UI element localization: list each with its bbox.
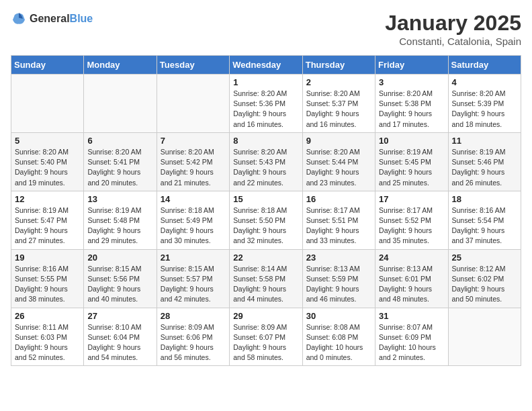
logo-text: GeneralBlue — [30, 13, 93, 25]
day-info: Sunrise: 8:11 AM Sunset: 6:03 PM Dayligh… — [15, 322, 80, 363]
day-number: 14 — [161, 194, 226, 204]
day-number: 6 — [87, 136, 152, 146]
day-number: 9 — [306, 136, 371, 146]
day-number: 4 — [452, 77, 517, 87]
day-info: Sunrise: 8:15 AM Sunset: 5:57 PM Dayligh… — [161, 264, 226, 305]
day-info: Sunrise: 8:20 AM Sunset: 5:43 PM Dayligh… — [233, 147, 298, 188]
day-header-saturday: Saturday — [448, 56, 521, 75]
day-info: Sunrise: 8:18 AM Sunset: 5:50 PM Dayligh… — [233, 205, 298, 246]
week-row-5: 26Sunrise: 8:11 AM Sunset: 6:03 PM Dayli… — [11, 308, 521, 366]
day-number: 21 — [161, 253, 226, 263]
calendar-cell: 12Sunrise: 8:19 AM Sunset: 5:47 PM Dayli… — [11, 191, 84, 249]
day-number: 16 — [306, 194, 371, 204]
day-info: Sunrise: 8:20 AM Sunset: 5:38 PM Dayligh… — [379, 89, 444, 130]
calendar-cell: 20Sunrise: 8:15 AM Sunset: 5:56 PM Dayli… — [84, 249, 157, 308]
logo-icon — [11, 11, 27, 27]
calendar-cell: 13Sunrise: 8:19 AM Sunset: 5:48 PM Dayli… — [84, 191, 157, 249]
calendar-cell: 8Sunrise: 8:20 AM Sunset: 5:43 PM Daylig… — [230, 132, 302, 191]
day-number: 28 — [161, 311, 226, 321]
day-info: Sunrise: 8:13 AM Sunset: 5:59 PM Dayligh… — [306, 264, 371, 305]
day-info: Sunrise: 8:07 AM Sunset: 6:09 PM Dayligh… — [379, 322, 444, 363]
week-row-4: 19Sunrise: 8:16 AM Sunset: 5:55 PM Dayli… — [11, 249, 521, 308]
day-info: Sunrise: 8:20 AM Sunset: 5:41 PM Dayligh… — [87, 147, 152, 188]
calendar-cell: 5Sunrise: 8:20 AM Sunset: 5:40 PM Daylig… — [11, 132, 84, 191]
week-row-1: 1Sunrise: 8:20 AM Sunset: 5:36 PM Daylig… — [11, 75, 521, 133]
day-number: 26 — [15, 311, 80, 321]
day-number: 23 — [306, 253, 371, 263]
day-info: Sunrise: 8:09 AM Sunset: 6:06 PM Dayligh… — [161, 322, 226, 363]
calendar-cell: 28Sunrise: 8:09 AM Sunset: 6:06 PM Dayli… — [157, 308, 229, 366]
calendar-cell: 24Sunrise: 8:13 AM Sunset: 6:01 PM Dayli… — [375, 249, 448, 308]
day-info: Sunrise: 8:20 AM Sunset: 5:36 PM Dayligh… — [233, 89, 298, 130]
calendar-table: SundayMondayTuesdayWednesdayThursdayFrid… — [11, 55, 521, 366]
day-info: Sunrise: 8:12 AM Sunset: 6:02 PM Dayligh… — [452, 264, 517, 305]
calendar-cell: 11Sunrise: 8:19 AM Sunset: 5:46 PM Dayli… — [448, 132, 521, 191]
logo-line1: General — [30, 13, 70, 24]
day-number: 1 — [233, 77, 298, 87]
day-info: Sunrise: 8:20 AM Sunset: 5:37 PM Dayligh… — [306, 89, 371, 130]
calendar-cell: 9Sunrise: 8:20 AM Sunset: 5:44 PM Daylig… — [302, 132, 375, 191]
day-number: 15 — [233, 194, 298, 204]
day-number: 30 — [306, 311, 371, 321]
day-info: Sunrise: 8:16 AM Sunset: 5:54 PM Dayligh… — [452, 205, 517, 246]
calendar-cell: 14Sunrise: 8:18 AM Sunset: 5:49 PM Dayli… — [157, 191, 229, 249]
day-info: Sunrise: 8:17 AM Sunset: 5:52 PM Dayligh… — [379, 205, 444, 246]
day-info: Sunrise: 8:19 AM Sunset: 5:47 PM Dayligh… — [15, 205, 80, 246]
location-subtitle: Constanti, Catalonia, Spain — [385, 36, 521, 47]
calendar-cell: 3Sunrise: 8:20 AM Sunset: 5:38 PM Daylig… — [375, 75, 448, 133]
calendar-cell: 15Sunrise: 8:18 AM Sunset: 5:50 PM Dayli… — [230, 191, 302, 249]
title-area: January 2025 Constanti, Catalonia, Spain — [385, 11, 521, 47]
calendar-cell — [448, 308, 521, 366]
header: GeneralBlue January 2025 Constanti, Cata… — [11, 11, 521, 47]
calendar-cell: 4Sunrise: 8:20 AM Sunset: 5:39 PM Daylig… — [448, 75, 521, 133]
day-number: 17 — [379, 194, 444, 204]
day-number: 13 — [87, 194, 152, 204]
calendar-cell: 26Sunrise: 8:11 AM Sunset: 6:03 PM Dayli… — [11, 308, 84, 366]
day-number: 29 — [233, 311, 298, 321]
day-info: Sunrise: 8:13 AM Sunset: 6:01 PM Dayligh… — [379, 264, 444, 305]
day-number: 22 — [233, 253, 298, 263]
day-info: Sunrise: 8:09 AM Sunset: 6:07 PM Dayligh… — [233, 322, 298, 363]
calendar-body: 1Sunrise: 8:20 AM Sunset: 5:36 PM Daylig… — [11, 75, 521, 366]
calendar-cell: 22Sunrise: 8:14 AM Sunset: 5:58 PM Dayli… — [230, 249, 302, 308]
day-number: 19 — [15, 253, 80, 263]
day-header-sunday: Sunday — [11, 56, 84, 75]
calendar-cell: 25Sunrise: 8:12 AM Sunset: 6:02 PM Dayli… — [448, 249, 521, 308]
days-header-row: SundayMondayTuesdayWednesdayThursdayFrid… — [11, 56, 521, 75]
day-number: 5 — [15, 136, 80, 146]
day-info: Sunrise: 8:20 AM Sunset: 5:44 PM Dayligh… — [306, 147, 371, 188]
day-header-thursday: Thursday — [302, 56, 375, 75]
calendar-cell — [11, 75, 84, 133]
calendar-cell: 2Sunrise: 8:20 AM Sunset: 5:37 PM Daylig… — [302, 75, 375, 133]
calendar-cell: 21Sunrise: 8:15 AM Sunset: 5:57 PM Dayli… — [157, 249, 229, 308]
calendar-cell: 16Sunrise: 8:17 AM Sunset: 5:51 PM Dayli… — [302, 191, 375, 249]
day-number: 12 — [15, 194, 80, 204]
day-info: Sunrise: 8:08 AM Sunset: 6:08 PM Dayligh… — [306, 322, 371, 363]
calendar-cell — [84, 75, 157, 133]
day-number: 31 — [379, 311, 444, 321]
day-header-monday: Monday — [84, 56, 157, 75]
day-info: Sunrise: 8:19 AM Sunset: 5:48 PM Dayligh… — [87, 205, 152, 246]
calendar-cell: 7Sunrise: 8:20 AM Sunset: 5:42 PM Daylig… — [157, 132, 229, 191]
calendar-cell: 6Sunrise: 8:20 AM Sunset: 5:41 PM Daylig… — [84, 132, 157, 191]
calendar-cell: 19Sunrise: 8:16 AM Sunset: 5:55 PM Dayli… — [11, 249, 84, 308]
day-info: Sunrise: 8:19 AM Sunset: 5:46 PM Dayligh… — [452, 147, 517, 188]
calendar-cell: 17Sunrise: 8:17 AM Sunset: 5:52 PM Dayli… — [375, 191, 448, 249]
day-header-wednesday: Wednesday — [230, 56, 302, 75]
day-number: 24 — [379, 253, 444, 263]
calendar-cell: 18Sunrise: 8:16 AM Sunset: 5:54 PM Dayli… — [448, 191, 521, 249]
calendar-cell: 31Sunrise: 8:07 AM Sunset: 6:09 PM Dayli… — [375, 308, 448, 366]
calendar-cell: 27Sunrise: 8:10 AM Sunset: 6:04 PM Dayli… — [84, 308, 157, 366]
day-info: Sunrise: 8:18 AM Sunset: 5:49 PM Dayligh… — [161, 205, 226, 246]
week-row-3: 12Sunrise: 8:19 AM Sunset: 5:47 PM Dayli… — [11, 191, 521, 249]
calendar-cell — [157, 75, 229, 133]
day-header-tuesday: Tuesday — [157, 56, 229, 75]
day-number: 27 — [87, 311, 152, 321]
day-info: Sunrise: 8:15 AM Sunset: 5:56 PM Dayligh… — [87, 264, 152, 305]
calendar-cell: 10Sunrise: 8:19 AM Sunset: 5:45 PM Dayli… — [375, 132, 448, 191]
day-number: 20 — [87, 253, 152, 263]
logo: GeneralBlue — [11, 11, 93, 27]
day-number: 7 — [161, 136, 226, 146]
week-row-2: 5Sunrise: 8:20 AM Sunset: 5:40 PM Daylig… — [11, 132, 521, 191]
day-number: 3 — [379, 77, 444, 87]
